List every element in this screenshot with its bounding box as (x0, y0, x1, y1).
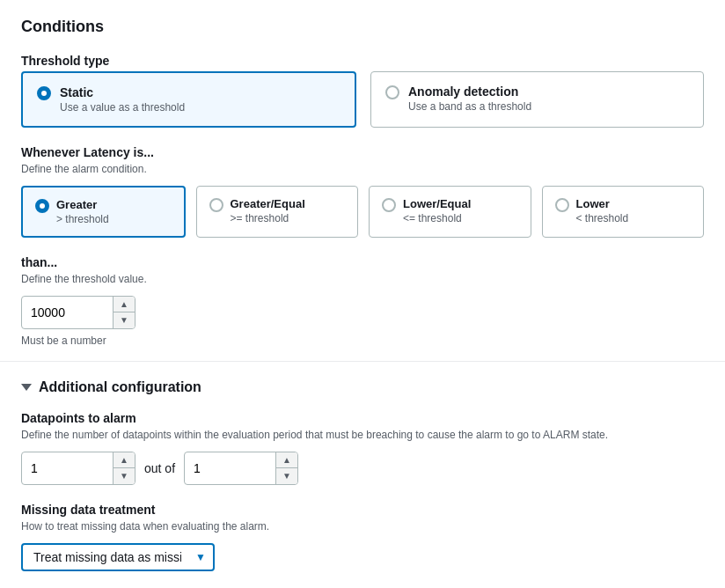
radio-static (37, 86, 51, 100)
missing-data-select[interactable]: Treat missing data as missing Treat miss… (21, 543, 215, 571)
whenever-label: Whenever Latency is... (21, 145, 704, 159)
condition-lower-equal[interactable]: Lower/Equal <= threshold (369, 186, 531, 238)
collapse-icon[interactable] (21, 384, 32, 391)
threshold-type-label: Threshold type (21, 54, 704, 68)
anomaly-title: Anomaly detection (408, 85, 531, 99)
radio-lower-equal (382, 198, 396, 212)
anomaly-desc: Use a band as a threshold (408, 100, 531, 113)
spin-down-button[interactable]: ▼ (114, 312, 135, 328)
datapoints-sublabel: Define the number of datapoints within t… (21, 429, 704, 441)
missing-data-select-wrap: Treat missing data as missing Treat miss… (21, 543, 215, 571)
datapoints-spin2-up[interactable]: ▲ (276, 452, 297, 468)
static-desc: Use a value as a threshold (60, 101, 185, 114)
lower-equal-sub: <= threshold (403, 212, 471, 224)
lower-equal-title: Lower/Equal (403, 197, 471, 210)
greater-equal-title: Greater/Equal (231, 197, 305, 210)
datapoints-spin2-down[interactable]: ▼ (276, 468, 297, 484)
spin-buttons: ▲ ▼ (113, 297, 135, 328)
static-title: Static (60, 85, 185, 99)
threshold-type-row: Static Use a value as a threshold Anomal… (21, 71, 704, 128)
greater-sub: > threshold (56, 213, 109, 225)
out-of-label: out of (144, 461, 175, 475)
lower-sub: < threshold (576, 212, 629, 224)
missing-data-label: Missing data treatment (21, 503, 704, 517)
radio-greater-equal (209, 198, 223, 212)
condition-row: Greater > threshold Greater/Equal >= thr… (21, 186, 704, 238)
datapoints-spin1-up[interactable]: ▲ (114, 452, 135, 468)
threshold-card-static[interactable]: Static Use a value as a threshold (21, 71, 356, 128)
datapoints-row: ▲ ▼ out of ▲ ▼ (21, 452, 704, 485)
spin-up-button[interactable]: ▲ (114, 297, 135, 312)
datapoints-value2-wrap: ▲ ▼ (184, 452, 298, 485)
radio-lower (555, 198, 569, 212)
greater-equal-sub: >= threshold (231, 212, 305, 224)
additional-title: Additional configuration (21, 379, 704, 395)
condition-lower[interactable]: Lower < threshold (542, 186, 705, 238)
radio-greater (35, 199, 49, 213)
datapoints-value1-wrap: ▲ ▼ (21, 452, 135, 485)
datapoints-spin2-buttons: ▲ ▼ (275, 452, 297, 484)
conditions-section: Conditions Threshold type Static Use a v… (0, 0, 725, 362)
datapoints-spin1-buttons: ▲ ▼ (113, 452, 135, 484)
than-label: than... (21, 255, 704, 269)
whenever-sublabel: Define the alarm condition. (21, 163, 704, 175)
page-container: Conditions Threshold type Static Use a v… (0, 0, 725, 588)
condition-greater[interactable]: Greater > threshold (21, 186, 186, 238)
datapoints-value1-input[interactable] (22, 456, 113, 481)
threshold-card-anomaly[interactable]: Anomaly detection Use a band as a thresh… (370, 71, 704, 128)
threshold-value-input-wrap: ▲ ▼ (21, 296, 135, 329)
missing-data-sublabel: How to treat missing data when evaluatin… (21, 520, 704, 533)
condition-greater-equal[interactable]: Greater/Equal >= threshold (196, 186, 359, 238)
page-title: Conditions (21, 18, 704, 36)
datapoints-value2-input[interactable] (185, 456, 275, 481)
threshold-value-input[interactable] (22, 300, 113, 325)
datapoints-spin1-down[interactable]: ▼ (114, 468, 135, 484)
datapoints-label: Datapoints to alarm (21, 411, 704, 425)
additional-section: Additional configuration Datapoints to a… (0, 362, 725, 588)
greater-title: Greater (56, 198, 109, 211)
than-sublabel: Define the threshold value. (21, 273, 704, 285)
lower-title: Lower (576, 197, 629, 210)
radio-anomaly (385, 85, 399, 99)
threshold-hint: Must be a number (21, 334, 704, 347)
